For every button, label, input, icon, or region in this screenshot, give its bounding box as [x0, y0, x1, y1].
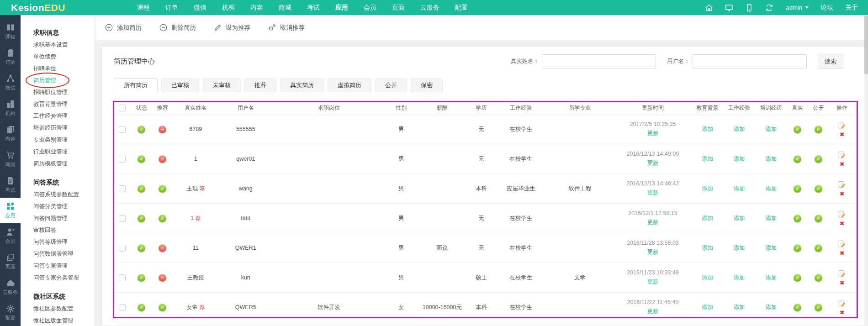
rail-item-云服务[interactable]: 云服务 [0, 274, 21, 300]
sidebar-item-问答专家分类管理[interactable]: 问答专家分类管理 [33, 272, 95, 284]
realname-input[interactable] [542, 54, 656, 68]
forum-link[interactable]: 论坛 [820, 4, 833, 12]
tab-保密[interactable]: 保密 [411, 78, 443, 92]
toolbar-button-删除简历[interactable]: 删除简历 [159, 23, 196, 32]
delete-icon[interactable]: ✖ [840, 191, 845, 197]
sidebar-item-问答数据表管理[interactable]: 问答数据表管理 [33, 248, 95, 260]
home-icon[interactable] [704, 3, 714, 13]
sidebar-item-简历模板管理[interactable]: 简历模板管理 [33, 158, 95, 169]
sidebar-item-培训经历管理[interactable]: 培训经历管理 [33, 122, 95, 134]
add-education-link[interactable]: 添加 [702, 126, 713, 133]
add-education-link[interactable]: 添加 [702, 185, 713, 193]
scrollbar-thumb[interactable] [864, 15, 868, 74]
tab-所有简历[interactable]: 所有简历 [114, 78, 158, 92]
rail-item-课程[interactable]: 课程 [0, 19, 21, 44]
edit-icon[interactable] [838, 210, 846, 219]
top-nav-item-商城[interactable]: 商城 [271, 0, 299, 15]
top-nav-item-应用[interactable]: 应用 [328, 0, 356, 15]
sidebar-item-简历管理[interactable]: 简历管理 [33, 74, 95, 86]
sidebar-item-求职基本设置[interactable]: 求职基本设置 [33, 39, 95, 51]
sidebar-item-招聘职位管理[interactable]: 招聘职位管理 [33, 86, 95, 98]
sidebar-item-问答分类管理[interactable]: 问答分类管理 [33, 200, 95, 212]
sidebar-item-问答问题管理[interactable]: 问答问题管理 [33, 212, 95, 224]
add-training-link[interactable]: 添加 [765, 126, 777, 133]
rail-item-应用[interactable]: 应用 [0, 198, 21, 223]
top-nav-item-机构[interactable]: 机构 [214, 0, 243, 15]
update-link[interactable]: 更新 [647, 219, 658, 226]
edit-icon[interactable] [838, 151, 846, 159]
add-education-link[interactable]: 添加 [702, 215, 713, 222]
top-nav-item-考试[interactable]: 考试 [299, 0, 328, 15]
edit-icon[interactable] [838, 240, 846, 248]
app-logo[interactable]: KesionEDU [11, 2, 65, 13]
toolbar-button-取消推荐[interactable]: 取消推荐 [268, 23, 305, 32]
add-education-link[interactable]: 添加 [702, 244, 713, 252]
sidebar-item-微社区版面管理[interactable]: 微社区版面管理 [33, 315, 95, 326]
sidebar-item-微社区参数配置[interactable]: 微社区参数配置 [33, 303, 95, 315]
add-training-link[interactable]: 添加 [765, 304, 777, 311]
row-checkbox[interactable] [119, 215, 126, 222]
update-link[interactable]: 更新 [647, 130, 658, 137]
sidebar-item-单位续费[interactable]: 单位续费 [33, 51, 95, 63]
rail-item-商城[interactable]: 商城 [0, 147, 21, 172]
add-education-link[interactable]: 添加 [702, 274, 713, 282]
edit-icon[interactable] [838, 270, 846, 278]
rail-item-微信[interactable]: 微信 [0, 70, 21, 95]
delete-icon[interactable]: ✖ [840, 280, 845, 286]
update-link[interactable]: 更新 [647, 308, 658, 315]
add-work-link[interactable]: 添加 [734, 126, 745, 133]
add-training-link[interactable]: 添加 [765, 244, 777, 252]
delete-icon[interactable]: ✖ [840, 250, 845, 256]
top-nav-item-内容[interactable]: 内容 [243, 0, 271, 15]
rail-item-内容[interactable]: 内容 [0, 121, 21, 147]
rail-item-会员[interactable]: 会员 [0, 223, 21, 249]
tab-未审核[interactable]: 未审核 [203, 78, 241, 92]
username-input[interactable] [693, 54, 807, 68]
add-work-link[interactable]: 添加 [734, 215, 745, 222]
row-checkbox[interactable] [119, 156, 126, 163]
select-all-checkbox[interactable] [119, 105, 126, 111]
update-link[interactable]: 更新 [647, 248, 658, 256]
sidebar-item-行业职业管理[interactable]: 行业职业管理 [33, 146, 95, 158]
top-nav-item-会员[interactable]: 会员 [356, 0, 384, 15]
admin-menu[interactable]: admin [786, 4, 809, 11]
sidebar-item-问答系统参数配置[interactable]: 问答系统参数配置 [33, 189, 95, 200]
top-nav-item-配置[interactable]: 配置 [447, 0, 476, 15]
about-link[interactable]: 关于 [845, 4, 858, 12]
add-work-link[interactable]: 添加 [734, 185, 745, 193]
sidebar-item-问答专家管理[interactable]: 问答专家管理 [33, 260, 95, 272]
edit-icon[interactable] [838, 300, 846, 308]
add-training-link[interactable]: 添加 [765, 155, 777, 163]
top-nav-item-云服务[interactable]: 云服务 [413, 0, 447, 15]
add-work-link[interactable]: 添加 [734, 304, 745, 311]
tab-推荐[interactable]: 推荐 [244, 78, 276, 92]
edit-icon[interactable] [838, 181, 846, 189]
vertical-scrollbar[interactable] [864, 15, 868, 326]
rail-item-配置[interactable]: 配置 [0, 300, 21, 326]
top-nav-item-课程[interactable]: 课程 [129, 0, 158, 15]
tab-公开[interactable]: 公开 [375, 78, 407, 92]
sidebar-item-教育背景管理[interactable]: 教育背景管理 [33, 98, 95, 110]
sidebar-item-专业类别管理[interactable]: 专业类别管理 [33, 134, 95, 146]
delete-icon[interactable]: ✖ [840, 131, 845, 137]
rail-item-订单[interactable]: 订单 [0, 44, 21, 70]
top-nav-item-页面[interactable]: 页面 [384, 0, 413, 15]
top-nav-item-微信[interactable]: 微信 [186, 0, 214, 15]
add-work-link[interactable]: 添加 [734, 274, 745, 282]
delete-icon[interactable]: ✖ [840, 161, 845, 167]
toolbar-button-添加简历[interactable]: 添加简历 [105, 23, 142, 32]
search-button[interactable]: 搜索 [818, 54, 843, 69]
row-checkbox[interactable] [119, 245, 126, 252]
add-training-link[interactable]: 添加 [765, 215, 777, 222]
add-training-link[interactable]: 添加 [765, 185, 777, 193]
top-nav-item-订单[interactable]: 订单 [158, 0, 186, 15]
sidebar-item-工作经验管理[interactable]: 工作经验管理 [33, 110, 95, 122]
toolbar-button-设为推荐[interactable]: 设为推荐 [213, 23, 250, 32]
delete-icon[interactable]: ✖ [840, 310, 845, 315]
mobile-icon[interactable] [744, 3, 754, 13]
rail-item-机构[interactable]: 机构 [0, 95, 21, 121]
add-work-link[interactable]: 添加 [734, 244, 745, 252]
refresh-icon[interactable] [764, 3, 774, 13]
monitor-icon[interactable] [724, 3, 734, 13]
add-work-link[interactable]: 添加 [734, 155, 745, 163]
